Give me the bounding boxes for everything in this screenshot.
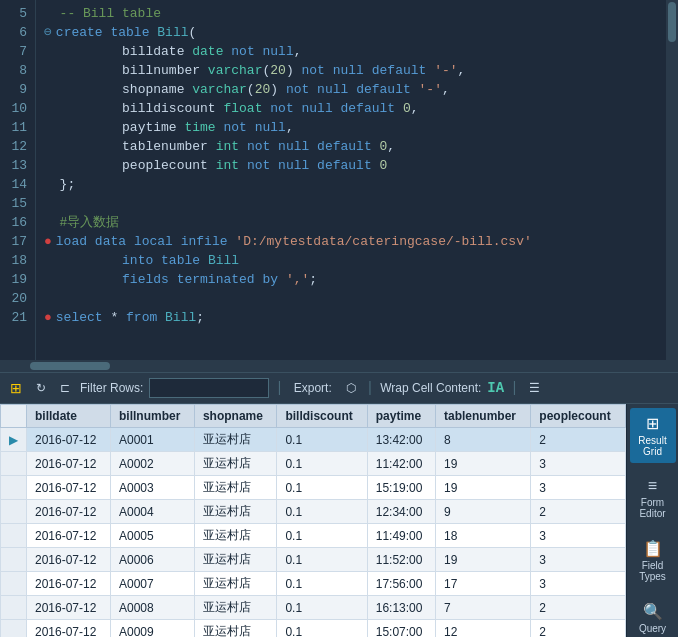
col-paytime[interactable]: paytime — [367, 405, 435, 428]
sidebar-item-field-types[interactable]: 📋 FieldTypes — [630, 533, 676, 588]
token: default — [341, 101, 396, 116]
field-types-icon: 📋 — [632, 539, 674, 558]
hscroll-thumb[interactable] — [30, 362, 110, 370]
token: not null — [223, 120, 285, 135]
token: infile — [181, 234, 228, 249]
token: 20 — [270, 63, 286, 78]
scrollbar-thumb[interactable] — [668, 2, 676, 42]
token: paytime — [122, 120, 184, 135]
token — [309, 158, 317, 173]
token: int — [216, 139, 239, 154]
field-types-label: FieldTypes — [632, 560, 674, 582]
token: '-' — [419, 82, 442, 97]
token: create — [56, 25, 103, 40]
col-billdiscount[interactable]: billdiscount — [277, 405, 367, 428]
token: billdiscount — [122, 101, 223, 116]
row-indicator-5 — [1, 548, 27, 572]
filter-input[interactable] — [149, 378, 269, 398]
token: 0 — [403, 101, 411, 116]
toolbar: ⊞ ↻ ⊏ Filter Rows: | Export: ⬡ | Wrap Ce… — [0, 372, 678, 404]
cell-4-5: 18 — [435, 524, 530, 548]
table-row[interactable]: 2016-07-12A0006亚运村店0.111:52:00193 — [1, 548, 626, 572]
columns-button[interactable]: ☰ — [525, 379, 544, 397]
export-button[interactable]: ⬡ — [342, 379, 360, 397]
token: not null — [247, 139, 309, 154]
token: Bill — [165, 310, 196, 325]
col-billnumber[interactable]: billnumber — [110, 405, 194, 428]
token: float — [223, 101, 262, 116]
row-indicator-header — [1, 405, 27, 428]
horizontal-scrollbar[interactable] — [0, 360, 678, 372]
token: local — [134, 234, 173, 249]
right-sidebar: ⊞ ResultGrid ≡ FormEditor 📋 FieldTypes 🔍… — [626, 404, 678, 637]
line-number-6: 6 — [4, 23, 27, 42]
table-row[interactable]: 2016-07-12A0008亚运村店0.116:13:0072 — [1, 596, 626, 620]
cell-8-3: 0.1 — [277, 620, 367, 638]
cell-6-3: 0.1 — [277, 572, 367, 596]
col-billdate[interactable]: billdate — [27, 405, 111, 428]
cell-2-6: 3 — [531, 476, 626, 500]
token: #导入数据 — [60, 215, 120, 230]
code-editor: 56789101112131415161718192021 -- Bill ta… — [0, 0, 678, 360]
cell-8-0: 2016-07-12 — [27, 620, 111, 638]
cell-1-1: A0002 — [110, 452, 194, 476]
token: , — [442, 82, 450, 97]
token: 20 — [255, 82, 271, 97]
token — [278, 82, 286, 97]
token: '-' — [434, 63, 457, 78]
col-shopname[interactable]: shopname — [194, 405, 277, 428]
row-indicator-6 — [1, 572, 27, 596]
result-grid-icon: ⊞ — [632, 414, 674, 433]
token: 0 — [380, 158, 388, 173]
code-line-10: billdiscount float not null default 0, — [44, 99, 658, 118]
row-indicator-2 — [1, 476, 27, 500]
line-number-5: 5 — [4, 4, 27, 23]
row-indicator-8 — [1, 620, 27, 638]
sidebar-item-form-editor[interactable]: ≡ FormEditor — [630, 471, 676, 525]
cell-4-0: 2016-07-12 — [27, 524, 111, 548]
cell-1-2: 亚运村店 — [194, 452, 277, 476]
export-label: Export: — [290, 379, 336, 397]
token — [348, 82, 356, 97]
token: not null — [231, 44, 293, 59]
cell-1-6: 3 — [531, 452, 626, 476]
cell-4-6: 3 — [531, 524, 626, 548]
line-number-18: 18 — [4, 251, 27, 270]
token — [372, 139, 380, 154]
token: 'D:/mytestdata/cateringcase/-bill.csv' — [235, 234, 531, 249]
token: billdate — [122, 44, 192, 59]
bullet-21: ● — [44, 310, 52, 325]
sidebar-item-result-grid[interactable]: ⊞ ResultGrid — [630, 408, 676, 463]
code-line-11: paytime time not null, — [44, 118, 658, 137]
code-line-16: #导入数据 — [44, 213, 658, 232]
token: ; — [309, 272, 317, 287]
data-table: billdate billnumber shopname billdiscoun… — [0, 404, 626, 637]
result-grid-button[interactable]: ⊞ — [6, 378, 26, 398]
filter-icon: ⊏ — [60, 381, 70, 395]
cell-6-0: 2016-07-12 — [27, 572, 111, 596]
cell-2-0: 2016-07-12 — [27, 476, 111, 500]
vertical-scrollbar[interactable] — [666, 0, 678, 360]
token: shopname — [122, 82, 192, 97]
collapse-btn-6[interactable]: ⊖ — [44, 25, 52, 40]
table-row[interactable]: 2016-07-12A0002亚运村店0.111:42:00193 — [1, 452, 626, 476]
filter-button[interactable]: ⊏ — [56, 379, 74, 397]
row-indicator-7 — [1, 596, 27, 620]
line-number-9: 9 — [4, 80, 27, 99]
table-row[interactable]: 2016-07-12A0005亚运村店0.111:49:00183 — [1, 524, 626, 548]
table-row[interactable]: 2016-07-12A0007亚运村店0.117:56:00173 — [1, 572, 626, 596]
col-peoplecount[interactable]: peoplecount — [531, 405, 626, 428]
table-row[interactable]: 2016-07-12A0004亚运村店0.112:34:0092 — [1, 500, 626, 524]
cell-3-5: 9 — [435, 500, 530, 524]
table-row[interactable]: 2016-07-12A0003亚运村店0.115:19:00193 — [1, 476, 626, 500]
cell-4-3: 0.1 — [277, 524, 367, 548]
col-tablenumber[interactable]: tablenumber — [435, 405, 530, 428]
table-row[interactable]: 2016-07-12A0009亚运村店0.115:07:00122 — [1, 620, 626, 638]
sidebar-item-query[interactable]: 🔍 Query — [630, 596, 676, 637]
line-number-13: 13 — [4, 156, 27, 175]
refresh-button[interactable]: ↻ — [32, 379, 50, 397]
table-row[interactable]: ▶2016-07-12A0001亚运村店0.113:42:0082 — [1, 428, 626, 452]
token: time — [184, 120, 215, 135]
token: load — [56, 234, 87, 249]
bullet-17: ● — [44, 234, 52, 249]
